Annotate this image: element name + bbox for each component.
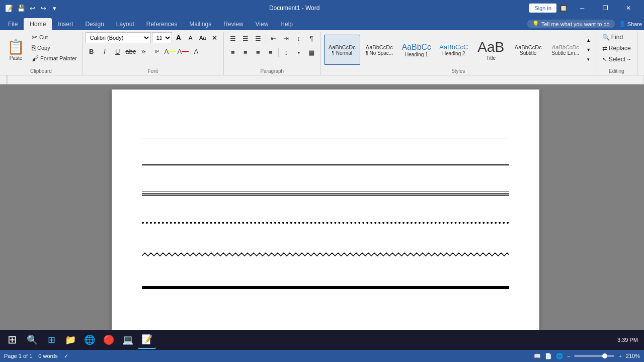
undo-icon[interactable]: ↩ [27, 3, 37, 13]
minimize-button[interactable]: ─ [571, 0, 594, 16]
clear-format-button[interactable]: ✕ [209, 32, 220, 43]
strikethrough-button[interactable]: abc [125, 45, 137, 57]
select-button[interactable]: ↖ Select ~ [599, 54, 634, 64]
redo-icon[interactable]: ↪ [38, 3, 48, 13]
grow-font-button[interactable]: A [173, 32, 184, 43]
tab-mailings[interactable]: Mailings [183, 18, 217, 30]
style-scroll-controls: ▲ ▼ ▾ [585, 36, 593, 64]
word-count[interactable]: 0 words [38, 353, 58, 359]
tab-design[interactable]: Design [79, 18, 110, 30]
increase-indent-button[interactable]: ⇥ [280, 32, 292, 44]
spacer-2 [142, 146, 509, 156]
style-subtle-em[interactable]: AaBbCcDc Subtle Em... [547, 35, 584, 65]
line-double-bold [142, 192, 509, 196]
taskbar-icon-word[interactable]: 📝 [138, 331, 156, 349]
cursor-icon: ↖ [602, 56, 607, 63]
style-scroll-up[interactable]: ▲ [585, 36, 593, 45]
tab-view[interactable]: View [250, 18, 275, 30]
font-family-select[interactable]: Calibri (Body) [86, 32, 151, 43]
ribbon-display-icon[interactable]: 🔲 [558, 3, 569, 13]
bold-button[interactable]: B [86, 45, 98, 57]
read-mode-icon[interactable]: 📖 [534, 353, 541, 359]
zoom-in-icon[interactable]: + [618, 353, 621, 359]
multilevel-button[interactable]: ☰ [252, 32, 264, 44]
cut-label: Cut [39, 34, 48, 40]
font-color-button[interactable]: A [177, 45, 189, 57]
find-button[interactable]: 🔍 Find [599, 32, 634, 42]
tell-me-box[interactable]: 💡 Tell me what you want to do [527, 20, 615, 28]
customize-qat-icon[interactable]: ▾ [49, 3, 59, 13]
style-normal[interactable]: AaBbCcDc ¶ Normal [324, 35, 360, 65]
tell-me-text[interactable]: Tell me what you want to do [541, 21, 610, 27]
web-layout-icon[interactable]: 🌐 [556, 353, 563, 359]
copy-label: Copy [37, 45, 50, 51]
style-heading2[interactable]: AaBbCcC Heading 2 [436, 35, 472, 65]
tab-home[interactable]: Home [24, 18, 52, 30]
tab-references[interactable]: References [140, 18, 183, 30]
restore-button[interactable]: ❐ [594, 0, 617, 16]
taskbar-icon-edge[interactable]: 🌐 [80, 331, 99, 349]
font-size-select[interactable]: 11 [152, 32, 172, 43]
tab-layout[interactable]: Layout [110, 18, 140, 30]
zoom-out-icon[interactable]: − [567, 353, 570, 359]
align-center-button[interactable]: ≡ [239, 46, 252, 58]
replace-button[interactable]: ⇄ Replace [599, 43, 634, 53]
subscript-button[interactable]: x₂ [138, 45, 150, 57]
sign-in-button[interactable]: Sign in [529, 4, 556, 13]
superscript-button[interactable]: x² [151, 45, 163, 57]
line-spacing-button[interactable]: ↕ [280, 46, 292, 58]
style-subtitle[interactable]: AaBbCcDc Subtitle [510, 35, 546, 65]
taskbar-icon-powerpoint[interactable]: 🔴 [100, 331, 118, 349]
show-marks-button[interactable]: ¶ [305, 32, 317, 44]
underline-button[interactable]: U [112, 45, 124, 57]
taskbar-icon-search[interactable]: 🔍 [23, 331, 41, 349]
editing-group-label: Editing [599, 67, 634, 75]
style-heading1[interactable]: AaBbCc Heading 1 [398, 35, 435, 65]
sort-button[interactable]: ↕ [293, 32, 305, 44]
zoom-slider[interactable] [574, 355, 614, 357]
shading-button[interactable]: ▪ [293, 46, 305, 58]
change-case-button[interactable]: Aa [197, 32, 208, 43]
paste-button[interactable]: 📋 Paste [3, 32, 29, 67]
text-effects-button[interactable]: A [190, 45, 202, 57]
copy-button[interactable]: ⎘ Copy [30, 43, 79, 53]
style-more-button[interactable]: ▾ [585, 55, 593, 64]
text-highlight-button[interactable]: A [164, 45, 176, 57]
style-scroll-down[interactable]: ▼ [585, 45, 593, 54]
style-nospace-label: ¶ No Spac... [365, 50, 393, 56]
tab-help[interactable]: Help [274, 18, 299, 30]
tab-file[interactable]: File [2, 18, 24, 30]
shrink-font-button[interactable]: A [185, 32, 196, 43]
bullets-button[interactable]: ☰ [227, 32, 239, 44]
decrease-indent-button[interactable]: ⇤ [268, 32, 280, 44]
align-right-button[interactable]: ≡ [252, 46, 264, 58]
document-page[interactable] [112, 89, 539, 344]
page-indicator[interactable]: Page 1 of 1 [4, 353, 32, 359]
document-area[interactable] [7, 84, 644, 349]
share-button[interactable]: 👤 Share [619, 21, 642, 27]
proofing-icon[interactable]: ✓ [64, 353, 68, 359]
taskbar-icon-desktop[interactable]: 💻 [119, 331, 137, 349]
zoom-level[interactable]: 210% [626, 353, 640, 359]
paragraph-content: ☰ ☰ ☰ ⇤ ⇥ ↕ ¶ ≡ ≡ ≡ ≡ ↕ ▪ ▦ [227, 32, 317, 67]
style-title[interactable]: AaB Title [473, 35, 509, 65]
close-button[interactable]: ✕ [617, 0, 640, 16]
numbering-button[interactable]: ☰ [239, 32, 252, 44]
tab-review[interactable]: Review [217, 18, 249, 30]
taskbar-icon-taskview[interactable]: ⊞ [42, 331, 60, 349]
clipboard-content: 📋 Paste ✂ Cut ⎘ Copy 🖌 Format Painter [3, 32, 79, 67]
style-title-label: Title [486, 55, 496, 61]
tab-insert[interactable]: Insert [52, 18, 79, 30]
cut-button[interactable]: ✂ Cut [30, 32, 79, 42]
borders-button[interactable]: ▦ [305, 46, 317, 58]
taskbar-icon-explorer[interactable]: 📁 [61, 331, 79, 349]
align-left-button[interactable]: ≡ [227, 46, 239, 58]
style-no-space[interactable]: AaBbCcDc ¶ No Spac... [361, 35, 397, 65]
format-painter-button[interactable]: 🖌 Format Painter [30, 53, 79, 63]
justify-button[interactable]: ≡ [265, 46, 277, 58]
start-button[interactable]: ⊞ [2, 330, 22, 350]
print-layout-icon[interactable]: 📄 [545, 353, 552, 359]
italic-button[interactable]: I [99, 45, 111, 57]
save-icon[interactable]: 💾 [16, 3, 26, 13]
font-row-2: B I U abc x₂ x² A A A [86, 45, 202, 57]
